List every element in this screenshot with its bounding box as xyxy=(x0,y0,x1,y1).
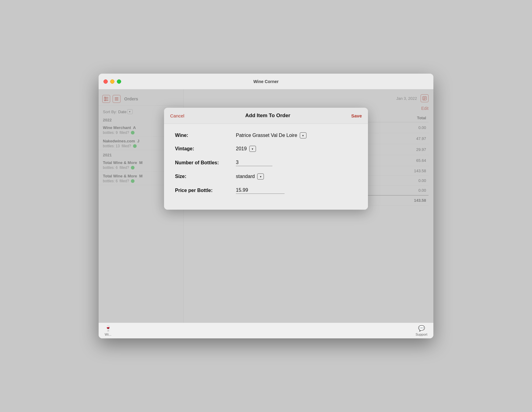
size-row: Size: standard ▾ xyxy=(175,173,357,180)
traffic-lights xyxy=(103,79,121,84)
size-value-container: standard ▾ xyxy=(236,173,357,180)
price-value-container xyxy=(236,187,357,194)
size-dropdown-arrow[interactable]: ▾ xyxy=(257,173,264,180)
add-item-modal: Cancel Add Item To Order Save Wine: Patr… xyxy=(164,108,368,210)
price-label: Price per Bottle: xyxy=(175,188,236,193)
modal-header: Cancel Add Item To Order Save xyxy=(164,108,368,124)
bottom-bar: 🍷 Wi... 💬 Support xyxy=(99,323,433,338)
minimize-button[interactable] xyxy=(110,79,114,84)
price-row: Price per Bottle: xyxy=(175,187,357,194)
bottles-value-container xyxy=(236,159,357,166)
size-label: Size: xyxy=(175,174,236,179)
cancel-button[interactable]: Cancel xyxy=(170,113,184,118)
wine-dropdown-arrow[interactable]: ▾ xyxy=(300,132,306,138)
price-input[interactable] xyxy=(236,187,285,194)
window-title: Wine Corner xyxy=(253,79,278,84)
vintage-dropdown-arrow[interactable]: ▾ xyxy=(249,146,256,152)
vintage-value-container: 2019 ▾ xyxy=(236,146,357,152)
vintage-label: Vintage: xyxy=(175,146,236,152)
mac-window: Wine Corner xyxy=(99,74,433,338)
wine-bottle-icon: 🍷 xyxy=(105,325,111,332)
vintage-row: Vintage: 2019 ▾ xyxy=(175,146,357,152)
wine-row: Wine: Patrice Grasset Val De Loire ▾ xyxy=(175,132,357,138)
modal-title: Add Item To Order xyxy=(245,113,290,119)
bottom-wine-label: Wi... xyxy=(105,333,111,336)
modal-overlay: Cancel Add Item To Order Save Wine: Patr… xyxy=(99,89,433,323)
wine-value: Patrice Grasset Val De Loire xyxy=(236,133,297,138)
app-content: Orders Sort By: Date ▾ 2022 Wine Merchan… xyxy=(99,89,433,323)
wine-label: Wine: xyxy=(175,133,236,138)
modal-body: Wine: Patrice Grasset Val De Loire ▾ Vin… xyxy=(164,124,368,210)
bottom-support-tab[interactable]: 💬 Support xyxy=(415,325,427,336)
vintage-value: 2019 xyxy=(236,146,247,152)
bottles-row: Number of Bottles: xyxy=(175,159,357,166)
close-button[interactable] xyxy=(103,79,108,84)
save-button[interactable]: Save xyxy=(351,113,362,118)
bottom-support-label: Support xyxy=(415,333,427,336)
wine-value-container: Patrice Grasset Val De Loire ▾ xyxy=(236,132,357,138)
title-bar: Wine Corner xyxy=(99,74,433,89)
maximize-button[interactable] xyxy=(117,79,121,84)
size-value: standard xyxy=(236,174,255,179)
bottom-wine-tab[interactable]: 🍷 Wi... xyxy=(105,325,111,336)
bottles-label: Number of Bottles: xyxy=(175,160,236,166)
support-icon: 💬 xyxy=(418,325,425,332)
bottles-input[interactable] xyxy=(236,159,272,166)
